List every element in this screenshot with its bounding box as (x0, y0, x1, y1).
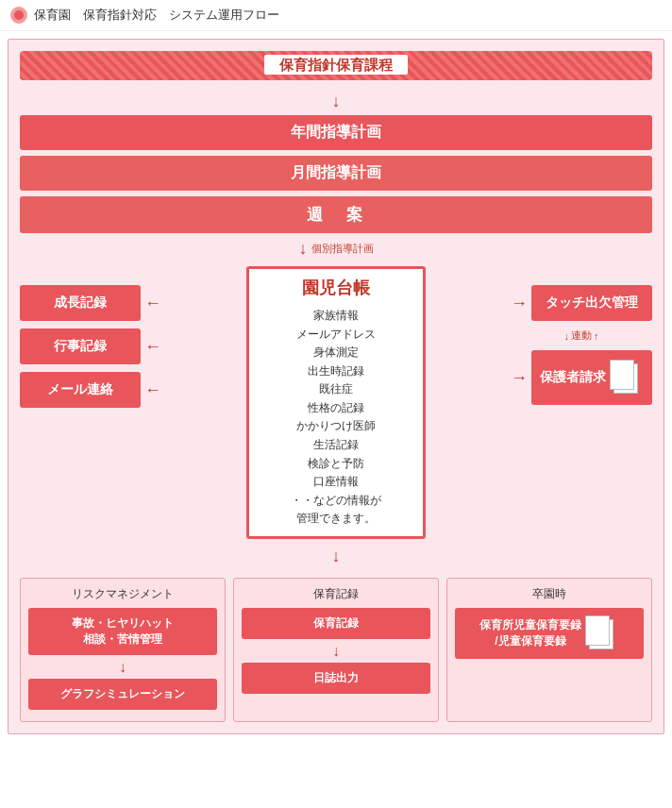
ledger-content: 家族情報 メールアドレス 身体測定 出生時記録 既往症 性格の記録 かかりつけ医… (257, 307, 415, 529)
ledger-line-3: 出生時記録 (257, 362, 415, 381)
sync-up-arrow: ↑ (594, 330, 599, 342)
individual-plan-label: 個別指導計画 (311, 242, 374, 256)
individual-plan-arrow: ↓ 個別指導計画 (20, 239, 652, 259)
top-banner: 保育指針保育課程 (20, 51, 652, 80)
doc-stack-icon (610, 360, 644, 396)
top-banner-text: 保育指針保育課程 (264, 55, 408, 75)
ledger-title: 園児台帳 (257, 277, 415, 299)
sync-label: ↓ 連動 ↑ (511, 328, 652, 343)
ledger-line-11: 管理できます。 (257, 510, 415, 529)
left-btn-mail[interactable]: メール連絡 (20, 372, 141, 408)
grad-doc-front (585, 615, 610, 646)
right-btn-touch[interactable]: タッチ出欠管理 (531, 285, 652, 321)
left-column: 成長記録 ← 行事記録 ← メール連絡 ← (20, 285, 161, 408)
sync-text: 連動 (571, 328, 592, 343)
bottom-arrow-childcare: ↓ (242, 643, 430, 660)
plan-box-monthly[interactable]: 月間指導計画 (20, 156, 652, 191)
page-title: 保育園 保育指針対応 システム運用フロー (34, 7, 279, 24)
sync-down-arrow: ↓ (564, 330, 570, 342)
ledger-line-4: 既往症 (257, 380, 415, 399)
middle-section: 成長記録 ← 行事記録 ← メール連絡 ← 園児台帳 家族情報 メールアドレス … (20, 266, 652, 539)
bottom-card-risk-title: リスクマネジメント (28, 586, 217, 602)
graduation-doc-icon (585, 615, 619, 651)
arrow-left-growth: ← (144, 294, 161, 313)
ledger-line-5: 性格の記録 (257, 399, 415, 418)
ledger-line-7: 生活記録 (257, 436, 415, 455)
arrow-right-billing: → (511, 368, 528, 388)
bottom-btn-graduation[interactable]: 保育所児童保育要録/児童保育要録 (455, 608, 644, 659)
right-column: → タッチ出欠管理 ↓ 連動 ↑ → 保護者請求 (511, 285, 652, 405)
arrow-right-touch: → (511, 294, 528, 313)
billing-label: 保護者請求 (540, 369, 606, 386)
bottom-btn-diary[interactable]: 日誌出力 (242, 663, 430, 694)
ledger-line-1: メールアドレス (257, 326, 415, 345)
bottom-card-risk: リスクマネジメント 事故・ヒヤリハット相談・苦情管理 ↓ グラフシミュレーション (20, 578, 226, 722)
bottom-btn-risk[interactable]: 事故・ヒヤリハット相談・苦情管理 (28, 608, 217, 655)
bottom-card-graduation-title: 卒園時 (455, 586, 644, 602)
arrow-left-mail: ← (144, 380, 161, 400)
bottom-card-graduation: 卒園時 保育所児童保育要録/児童保育要録 (446, 578, 652, 722)
plan-box-annual[interactable]: 年間指導計画 (20, 115, 652, 150)
main-content: 保育指針保育課程 ↓ 年間指導計画 月間指導計画 週 案 ↓ 個別指導計画 成長… (8, 39, 664, 734)
bottom-arrow-risk: ↓ (28, 659, 217, 676)
doc-front (610, 360, 634, 390)
ledger-line-2: 身体測定 (257, 344, 415, 362)
ledger-line-8: 検診と予防 (257, 455, 415, 474)
arrow-middle: ↓ (20, 545, 652, 568)
ledger-line-10: ・・などの情報が (257, 492, 415, 511)
bottom-btn-graph[interactable]: グラフシミュレーション (28, 679, 217, 710)
arrow-top: ↓ (20, 90, 652, 113)
page-header: 保育園 保育指針対応 システム運用フロー (0, 0, 672, 31)
plan-box-weekly[interactable]: 週 案 (20, 196, 652, 233)
graduation-label: 保育所児童保育要録/児童保育要録 (479, 617, 581, 649)
bottom-btn-childcare[interactable]: 保育記録 (242, 608, 430, 639)
bottom-card-childcare-title: 保育記録 (242, 586, 430, 602)
right-btn-billing[interactable]: 保護者請求 (531, 350, 652, 405)
logo-icon (9, 6, 28, 25)
bottom-card-childcare: 保育記録 保育記録 ↓ 日誌出力 (233, 578, 439, 722)
ledger-box: 園児台帳 家族情報 メールアドレス 身体測定 出生時記録 既往症 性格の記録 か… (246, 266, 426, 539)
ledger-line-9: 口座情報 (257, 473, 415, 492)
ledger-line-6: かかりつけ医師 (257, 417, 415, 436)
left-btn-growth[interactable]: 成長記録 (20, 285, 141, 321)
svg-point-1 (14, 10, 24, 20)
arrow-left-events: ← (144, 337, 161, 357)
left-btn-events[interactable]: 行事記録 (20, 328, 141, 364)
ledger-line-0: 家族情報 (257, 307, 415, 326)
bottom-section: リスクマネジメント 事故・ヒヤリハット相談・苦情管理 ↓ グラフシミュレーション… (20, 578, 652, 722)
center-column: 園児台帳 家族情報 メールアドレス 身体測定 出生時記録 既往症 性格の記録 か… (169, 266, 503, 539)
